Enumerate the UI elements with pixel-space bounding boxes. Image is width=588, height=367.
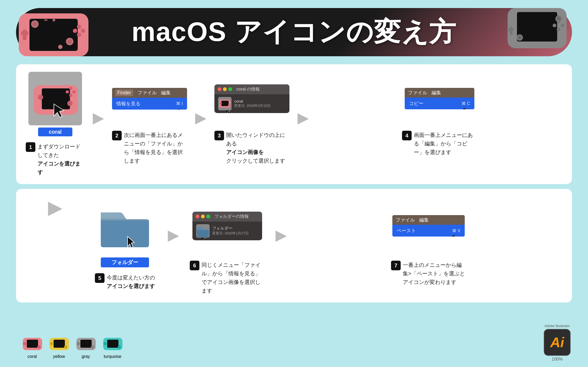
- step-6-block: フォルダーの情報 フォルダー 変更日: 2020年1月27日: [187, 196, 267, 295]
- arrow-2-3: ▶: [192, 109, 209, 126]
- svg-point-24: [553, 24, 556, 27]
- arrow-5-6: ▶: [165, 226, 182, 244]
- tl-red-6: [196, 215, 199, 218]
- step7-desc: 7 一番上のメニューから編集>「ペースト」を選ぶとアイコンが変わります: [391, 261, 466, 286]
- step-row-1: coral 1 まずダウンロードしてきた アイコンを選びます ▶ Finder …: [16, 64, 572, 184]
- svg-point-27: [557, 20, 560, 23]
- ai-badge-box: Ai: [544, 329, 571, 356]
- step1-num: 1: [26, 142, 35, 152]
- step5-text-bold: アイコンを選びます: [107, 283, 155, 289]
- variant-coral-label: coral: [28, 354, 37, 359]
- step2-text: 次に画面一番上にあるメニューの「ファイル」から「情報を見る」を選択します: [124, 131, 187, 165]
- step7-num: 7: [391, 261, 401, 270]
- step3-text-before: 開いたウィンドウの上にある: [226, 132, 285, 147]
- step-7-block: ファイル 編集 ペースト ⌘ V ↖ 7 一番上のメニューから編集>「ペースト」…: [295, 196, 562, 286]
- svg-point-12: [68, 39, 72, 44]
- header-title: macOS アイコンの変え方: [132, 14, 456, 50]
- svg-point-5: [73, 29, 77, 33]
- step3-desc: 3 開いたウィンドウの上にある アイコン画像を クリックして選択します: [214, 131, 289, 165]
- svg-rect-23: [508, 28, 514, 31]
- variant-yellow: yellow: [48, 335, 70, 359]
- svg-rect-14: [53, 18, 54, 22]
- variant-coral: coral: [21, 335, 43, 359]
- cursor-step4: ↖: [462, 105, 470, 109]
- svg-rect-52: [54, 340, 65, 348]
- step-5-block: フォルダー 5 今度は変えたい方の アイコンを選びます: [90, 196, 160, 290]
- cursor-step3: ↖: [225, 107, 233, 113]
- info-window-title-label: coral の情報: [236, 87, 260, 92]
- variant-turquoise: turquoise: [102, 335, 123, 359]
- svg-point-44: [228, 104, 230, 107]
- info-window-step3: coral の情報: [214, 84, 289, 113]
- step-1-block: coral 1 まずダウンロードしてきた アイコンを選びます: [26, 72, 85, 177]
- step4-num: 4: [402, 131, 412, 140]
- tl-yellow-6: [201, 215, 205, 218]
- step7-text: 一番上のメニューから編集>「ペースト」を選ぶとアイコンが変わります: [403, 261, 466, 286]
- svg-rect-3: [21, 31, 28, 35]
- variant-yellow-label: yellow: [53, 354, 65, 359]
- svg-point-62: [118, 345, 121, 349]
- svg-point-4: [77, 25, 81, 29]
- info-window6-filename: フォルダー: [212, 226, 249, 231]
- svg-point-49: [23, 342, 26, 345]
- arrow-1-2: ▶: [90, 109, 107, 126]
- finder-app-label: Finder: [115, 89, 133, 96]
- info-window-filedate: 変更日: 2020年5月10日: [234, 103, 271, 108]
- svg-point-38: [69, 87, 72, 90]
- step3-num: 3: [214, 131, 224, 140]
- svg-point-35: [66, 90, 69, 93]
- tl-red: [218, 87, 221, 91]
- main-content: coral 1 まずダウンロードしてきた アイコンを選びます ▶ Finder …: [16, 64, 572, 351]
- finder-file-label-4: ファイル: [408, 89, 427, 96]
- svg-point-7: [77, 33, 81, 37]
- finder-menu-step4: ファイル 編集 コピー ⌘ C ↖: [405, 88, 474, 109]
- ai-badge-label: Adobe Illustrator: [545, 324, 570, 328]
- finder-menu-step7: ファイル 編集 ペースト ⌘ V ↖: [392, 215, 465, 237]
- svg-rect-17: [517, 12, 557, 42]
- svg-point-58: [91, 345, 94, 349]
- info-window6-filedate: 変更日: 2020年1月27日: [212, 231, 249, 236]
- tl-yellow: [223, 87, 227, 91]
- step4-text: 画面一番上メニューにある「編集」から「コピー」を選びます: [414, 131, 477, 156]
- variant-turquoise-label: turquoise: [104, 354, 121, 359]
- tl-green: [228, 87, 232, 91]
- step-3-block: coral の情報: [214, 72, 289, 165]
- console-left-decoration: [13, 0, 94, 62]
- step5-desc: 5 今度は変えたい方の アイコンを選びます: [95, 273, 155, 290]
- svg-point-37: [72, 90, 76, 93]
- svg-point-36: [69, 94, 72, 97]
- svg-point-50: [37, 345, 40, 349]
- variant-gray-label: gray: [81, 354, 90, 359]
- svg-point-54: [64, 345, 67, 349]
- arrow-3-4: ▶: [295, 109, 311, 126]
- step6-desc: 6 同じくメニュー「ファイル」から「情報を見る」でアイコン画像を選択します: [190, 261, 265, 295]
- svg-rect-48: [27, 340, 38, 348]
- step2-desc: 2 次に画面一番上にあるメニューの「ファイル」から「情報を見る」を選択します: [112, 131, 187, 165]
- step3-text-bold: アイコン画像を: [226, 149, 264, 155]
- step-row-2: ▶ フォルダー 5 今度は変え: [16, 189, 572, 302]
- step1-label: coral: [38, 128, 72, 136]
- variant-gray: gray: [75, 335, 96, 359]
- step2-num: 2: [112, 131, 122, 140]
- svg-point-34: [68, 102, 72, 105]
- finder-file-label-7: ファイル: [396, 217, 415, 223]
- step3-text-after: クリックして選択します: [226, 158, 285, 164]
- svg-point-21: [518, 36, 522, 39]
- step4-desc: 4 画面一番上メニューにある「編集」から「コピー」を選びます: [402, 131, 477, 156]
- svg-point-25: [557, 28, 560, 31]
- finder-edit-label-7: 編集: [419, 217, 429, 223]
- svg-point-10: [33, 22, 37, 26]
- step-2-block: Finder ファイル 編集 情報を見る ⌘ I ↖ 2 次に画面一番上にあるメ…: [112, 72, 187, 165]
- ai-badge: Adobe Illustrator Ai 100%: [542, 324, 572, 362]
- svg-point-26: [561, 24, 564, 27]
- svg-point-43: [220, 102, 222, 104]
- info-window-filename: coral: [234, 99, 271, 103]
- step6-num: 6: [190, 261, 199, 270]
- svg-rect-56: [80, 340, 92, 348]
- svg-point-8: [58, 45, 62, 49]
- finder-file-label: ファイル: [137, 89, 157, 96]
- svg-point-6: [81, 29, 85, 33]
- console-right-decoration: [505, 3, 569, 56]
- step1-text-bold: アイコンを選びます: [38, 161, 80, 175]
- step5-num: 5: [95, 273, 105, 283]
